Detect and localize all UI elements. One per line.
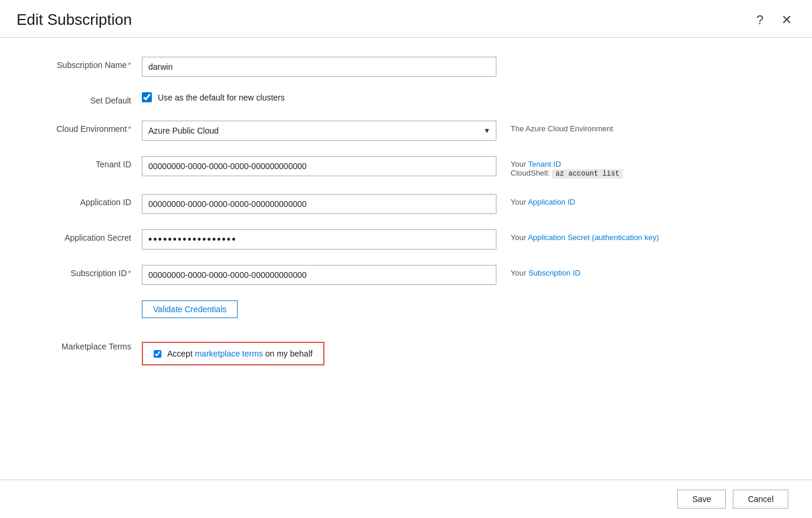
dialog-title: Edit Subscription <box>17 11 132 29</box>
help-button[interactable]: ? <box>753 11 767 29</box>
save-button[interactable]: Save <box>677 490 726 509</box>
app-id-label: Application ID <box>24 194 142 207</box>
app-id-row: Application ID Your Application ID <box>24 194 788 214</box>
tenant-id-help: Your Tenant ID CloudShell: az account li… <box>511 156 623 179</box>
edit-subscription-dialog: Edit Subscription ? ✕ Subscription Name*… <box>0 0 812 518</box>
cloud-env-select[interactable]: Azure Public Cloud Azure Government Clou… <box>142 121 496 141</box>
tenant-id-link[interactable]: Tenant ID <box>528 160 561 169</box>
dialog-header: Edit Subscription ? ✕ <box>0 0 812 38</box>
tenant-id-row: Tenant ID Your Tenant ID CloudShell: az … <box>24 156 788 179</box>
sub-id-row: Subscription ID* Your Subscription ID <box>24 265 788 285</box>
header-icons: ? ✕ <box>753 11 795 29</box>
subscription-name-label: Subscription Name* <box>24 57 142 70</box>
sub-id-input[interactable] <box>142 265 496 285</box>
marketplace-label: Marketplace Terms <box>24 342 142 351</box>
app-secret-label: Application Secret <box>24 229 142 242</box>
validate-row: Validate Credentials <box>24 300 788 329</box>
tenant-id-label: Tenant ID <box>24 156 142 169</box>
set-default-checkbox-row: Use as the default for new clusters <box>142 92 285 102</box>
cloud-env-row: Cloud Environment* Azure Public Cloud Az… <box>24 121 788 141</box>
marketplace-accept-text: Accept marketplace terms on my behalf <box>167 349 313 358</box>
sub-id-label: Subscription ID* <box>24 265 142 278</box>
marketplace-terms-row: Marketplace Terms Accept marketplace ter… <box>24 342 788 365</box>
marketplace-terms-box: Accept marketplace terms on my behalf <box>142 342 324 365</box>
set-default-row: Set Default Use as the default for new c… <box>24 92 788 105</box>
cloudshell-code: az account list <box>552 169 623 179</box>
cloud-env-help: The Azure Cloud Environment <box>511 121 613 133</box>
dialog-body: Subscription Name* Set Default Use as th… <box>0 38 812 480</box>
app-secret-input[interactable] <box>142 229 496 250</box>
sub-id-required: * <box>128 268 131 278</box>
dialog-footer: Save Cancel <box>0 480 812 518</box>
set-default-checkbox-label: Use as the default for new clusters <box>158 93 285 102</box>
close-button[interactable]: ✕ <box>778 11 795 29</box>
set-default-label: Set Default <box>24 92 142 105</box>
tenant-id-input[interactable] <box>142 156 496 176</box>
app-secret-help: Your Application Secret (authentication … <box>511 229 659 242</box>
app-id-help: Your Application ID <box>511 194 575 206</box>
sub-id-help: Your Subscription ID <box>511 265 580 277</box>
app-secret-row: Application Secret Your Application Secr… <box>24 229 788 250</box>
cloud-env-label: Cloud Environment* <box>24 121 142 134</box>
cloud-env-select-wrapper: Azure Public Cloud Azure Government Clou… <box>142 121 496 141</box>
cloud-env-required: * <box>128 124 131 134</box>
marketplace-terms-link[interactable]: marketplace terms <box>195 349 263 358</box>
cancel-button[interactable]: Cancel <box>733 490 788 509</box>
app-id-link[interactable]: Application ID <box>528 198 575 206</box>
validate-credentials-button[interactable]: Validate Credentials <box>142 300 238 318</box>
app-secret-link[interactable]: Application Secret (authentication key) <box>528 233 659 242</box>
sub-id-link[interactable]: Subscription ID <box>528 268 580 277</box>
subscription-name-input[interactable] <box>142 57 496 77</box>
subscription-name-required: * <box>128 60 131 70</box>
app-id-input[interactable] <box>142 194 496 214</box>
set-default-checkbox[interactable] <box>142 92 152 102</box>
marketplace-checkbox[interactable] <box>154 350 161 358</box>
subscription-name-row: Subscription Name* <box>24 57 788 77</box>
